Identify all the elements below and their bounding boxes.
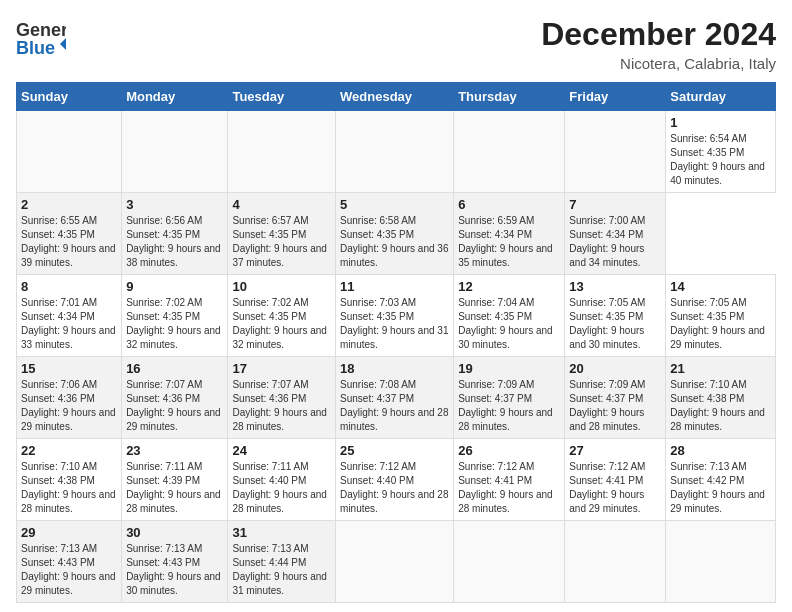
calendar-cell: 16 Sunrise: 7:07 AMSunset: 4:36 PMDaylig…	[122, 357, 228, 439]
calendar-cell	[565, 521, 666, 603]
day-number: 27	[569, 443, 661, 458]
calendar-week-row: 29 Sunrise: 7:13 AMSunset: 4:43 PMDaylig…	[17, 521, 776, 603]
calendar-cell: 15 Sunrise: 7:06 AMSunset: 4:36 PMDaylig…	[17, 357, 122, 439]
day-number: 31	[232, 525, 331, 540]
calendar-cell: 27 Sunrise: 7:12 AMSunset: 4:41 PMDaylig…	[565, 439, 666, 521]
day-info: Sunrise: 7:00 AMSunset: 4:34 PMDaylight:…	[569, 215, 645, 268]
calendar-cell: 12 Sunrise: 7:04 AMSunset: 4:35 PMDaylig…	[454, 275, 565, 357]
calendar-cell: 19 Sunrise: 7:09 AMSunset: 4:37 PMDaylig…	[454, 357, 565, 439]
day-of-week-header: Thursday	[454, 83, 565, 111]
day-info: Sunrise: 7:09 AMSunset: 4:37 PMDaylight:…	[458, 379, 553, 432]
calendar-cell: 18 Sunrise: 7:08 AMSunset: 4:37 PMDaylig…	[336, 357, 454, 439]
calendar-week-row: 1 Sunrise: 6:54 AMSunset: 4:35 PMDayligh…	[17, 111, 776, 193]
day-info: Sunrise: 7:07 AMSunset: 4:36 PMDaylight:…	[126, 379, 221, 432]
day-number: 16	[126, 361, 223, 376]
day-number: 8	[21, 279, 117, 294]
day-number: 11	[340, 279, 449, 294]
day-info: Sunrise: 7:12 AMSunset: 4:41 PMDaylight:…	[458, 461, 553, 514]
calendar-cell	[666, 521, 776, 603]
day-info: Sunrise: 7:04 AMSunset: 4:35 PMDaylight:…	[458, 297, 553, 350]
calendar-cell: 30 Sunrise: 7:13 AMSunset: 4:43 PMDaylig…	[122, 521, 228, 603]
calendar-week-row: 2 Sunrise: 6:55 AMSunset: 4:35 PMDayligh…	[17, 193, 776, 275]
day-number: 4	[232, 197, 331, 212]
logo: General Blue	[16, 16, 66, 60]
month-title: December 2024	[541, 16, 776, 53]
day-info: Sunrise: 7:07 AMSunset: 4:36 PMDaylight:…	[232, 379, 327, 432]
day-of-week-header: Friday	[565, 83, 666, 111]
calendar-cell: 13 Sunrise: 7:05 AMSunset: 4:35 PMDaylig…	[565, 275, 666, 357]
calendar-week-row: 8 Sunrise: 7:01 AMSunset: 4:34 PMDayligh…	[17, 275, 776, 357]
calendar-week-row: 15 Sunrise: 7:06 AMSunset: 4:36 PMDaylig…	[17, 357, 776, 439]
day-of-week-header: Saturday	[666, 83, 776, 111]
day-number: 6	[458, 197, 560, 212]
calendar-cell: 21 Sunrise: 7:10 AMSunset: 4:38 PMDaylig…	[666, 357, 776, 439]
day-number: 20	[569, 361, 661, 376]
calendar-cell	[336, 111, 454, 193]
day-info: Sunrise: 7:13 AMSunset: 4:43 PMDaylight:…	[21, 543, 116, 596]
day-info: Sunrise: 7:12 AMSunset: 4:41 PMDaylight:…	[569, 461, 645, 514]
calendar-cell: 8 Sunrise: 7:01 AMSunset: 4:34 PMDayligh…	[17, 275, 122, 357]
day-info: Sunrise: 6:57 AMSunset: 4:35 PMDaylight:…	[232, 215, 327, 268]
calendar-cell: 31 Sunrise: 7:13 AMSunset: 4:44 PMDaylig…	[228, 521, 336, 603]
day-of-week-header: Sunday	[17, 83, 122, 111]
day-info: Sunrise: 7:01 AMSunset: 4:34 PMDaylight:…	[21, 297, 116, 350]
day-number: 7	[569, 197, 661, 212]
calendar-cell: 4 Sunrise: 6:57 AMSunset: 4:35 PMDayligh…	[228, 193, 336, 275]
day-number: 3	[126, 197, 223, 212]
calendar-body: 1 Sunrise: 6:54 AMSunset: 4:35 PMDayligh…	[17, 111, 776, 603]
calendar-cell: 11 Sunrise: 7:03 AMSunset: 4:35 PMDaylig…	[336, 275, 454, 357]
day-info: Sunrise: 7:10 AMSunset: 4:38 PMDaylight:…	[670, 379, 765, 432]
day-of-week-header: Monday	[122, 83, 228, 111]
day-number: 24	[232, 443, 331, 458]
calendar-cell: 24 Sunrise: 7:11 AMSunset: 4:40 PMDaylig…	[228, 439, 336, 521]
calendar-table: SundayMondayTuesdayWednesdayThursdayFrid…	[16, 82, 776, 603]
calendar-cell	[565, 111, 666, 193]
day-number: 1	[670, 115, 771, 130]
calendar-cell: 1 Sunrise: 6:54 AMSunset: 4:35 PMDayligh…	[666, 111, 776, 193]
day-number: 9	[126, 279, 223, 294]
calendar-cell	[17, 111, 122, 193]
day-of-week-header: Tuesday	[228, 83, 336, 111]
day-of-week-header: Wednesday	[336, 83, 454, 111]
calendar-cell: 5 Sunrise: 6:58 AMSunset: 4:35 PMDayligh…	[336, 193, 454, 275]
calendar-cell: 7 Sunrise: 7:00 AMSunset: 4:34 PMDayligh…	[565, 193, 666, 275]
day-number: 10	[232, 279, 331, 294]
calendar-cell: 29 Sunrise: 7:13 AMSunset: 4:43 PMDaylig…	[17, 521, 122, 603]
calendar-cell: 6 Sunrise: 6:59 AMSunset: 4:34 PMDayligh…	[454, 193, 565, 275]
svg-text:Blue: Blue	[16, 38, 55, 58]
day-number: 30	[126, 525, 223, 540]
day-info: Sunrise: 7:13 AMSunset: 4:42 PMDaylight:…	[670, 461, 765, 514]
day-info: Sunrise: 7:11 AMSunset: 4:39 PMDaylight:…	[126, 461, 221, 514]
calendar-cell: 10 Sunrise: 7:02 AMSunset: 4:35 PMDaylig…	[228, 275, 336, 357]
day-number: 22	[21, 443, 117, 458]
day-info: Sunrise: 7:05 AMSunset: 4:35 PMDaylight:…	[670, 297, 765, 350]
day-info: Sunrise: 7:12 AMSunset: 4:40 PMDaylight:…	[340, 461, 448, 514]
calendar-cell: 26 Sunrise: 7:12 AMSunset: 4:41 PMDaylig…	[454, 439, 565, 521]
calendar-cell	[336, 521, 454, 603]
day-info: Sunrise: 7:03 AMSunset: 4:35 PMDaylight:…	[340, 297, 448, 350]
calendar-cell	[454, 521, 565, 603]
day-info: Sunrise: 7:13 AMSunset: 4:44 PMDaylight:…	[232, 543, 327, 596]
logo-icon: General Blue	[16, 16, 66, 60]
day-info: Sunrise: 7:02 AMSunset: 4:35 PMDaylight:…	[126, 297, 221, 350]
calendar-cell	[454, 111, 565, 193]
day-number: 28	[670, 443, 771, 458]
svg-text:General: General	[16, 20, 66, 40]
day-info: Sunrise: 6:55 AMSunset: 4:35 PMDaylight:…	[21, 215, 116, 268]
day-number: 21	[670, 361, 771, 376]
calendar-cell: 28 Sunrise: 7:13 AMSunset: 4:42 PMDaylig…	[666, 439, 776, 521]
header: General Blue December 2024 Nicotera, Cal…	[16, 16, 776, 72]
calendar-cell: 20 Sunrise: 7:09 AMSunset: 4:37 PMDaylig…	[565, 357, 666, 439]
calendar-week-row: 22 Sunrise: 7:10 AMSunset: 4:38 PMDaylig…	[17, 439, 776, 521]
day-info: Sunrise: 6:56 AMSunset: 4:35 PMDaylight:…	[126, 215, 221, 268]
calendar-cell	[122, 111, 228, 193]
day-info: Sunrise: 7:06 AMSunset: 4:36 PMDaylight:…	[21, 379, 116, 432]
location: Nicotera, Calabria, Italy	[541, 55, 776, 72]
day-number: 18	[340, 361, 449, 376]
calendar-cell: 3 Sunrise: 6:56 AMSunset: 4:35 PMDayligh…	[122, 193, 228, 275]
day-info: Sunrise: 6:54 AMSunset: 4:35 PMDaylight:…	[670, 133, 765, 186]
day-info: Sunrise: 7:13 AMSunset: 4:43 PMDaylight:…	[126, 543, 221, 596]
calendar-cell: 9 Sunrise: 7:02 AMSunset: 4:35 PMDayligh…	[122, 275, 228, 357]
calendar-cell: 17 Sunrise: 7:07 AMSunset: 4:36 PMDaylig…	[228, 357, 336, 439]
page-container: General Blue December 2024 Nicotera, Cal…	[0, 0, 792, 612]
